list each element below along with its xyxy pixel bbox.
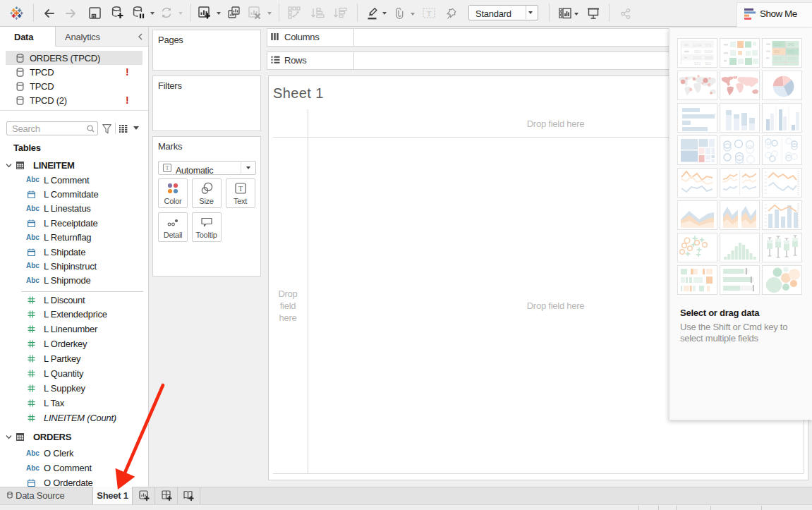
svg-text:571: 571 bbox=[694, 61, 701, 66]
svg-text:3054: 3054 bbox=[704, 49, 713, 54]
svg-text:1234: 1234 bbox=[774, 42, 782, 47]
svg-text:1234: 1234 bbox=[693, 43, 702, 47]
svg-text:542: 542 bbox=[788, 42, 794, 47]
svg-text:2503: 2503 bbox=[773, 56, 781, 61]
svg-text:550: 550 bbox=[694, 49, 701, 54]
svg-text:322: 322 bbox=[705, 61, 712, 66]
svg-text:573: 573 bbox=[705, 43, 712, 47]
svg-text:2520: 2520 bbox=[693, 56, 702, 60]
svg-text:T: T bbox=[166, 164, 170, 171]
svg-text:30530: 30530 bbox=[787, 56, 797, 61]
svg-text:565: 565 bbox=[788, 49, 794, 54]
svg-text:T: T bbox=[427, 9, 432, 18]
svg-text:T: T bbox=[238, 185, 243, 193]
svg-text:2859: 2859 bbox=[704, 56, 713, 60]
svg-text:556: 556 bbox=[774, 49, 780, 54]
